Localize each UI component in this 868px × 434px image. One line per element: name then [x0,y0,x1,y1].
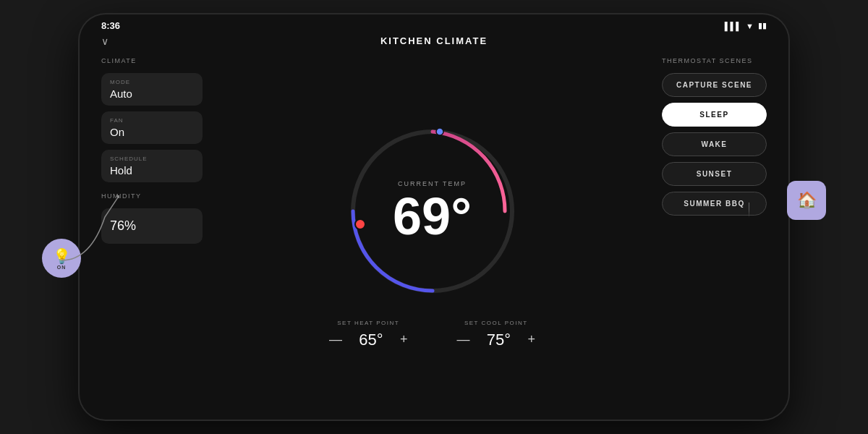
mode-card[interactable]: MODE Auto [101,73,203,106]
humidity-value: 76% [110,218,194,234]
svg-point-0 [116,195,119,198]
climate-section-label: CLIMATE [101,57,203,64]
schedule-value: Hold [110,164,194,176]
svg-point-3 [355,219,365,229]
fan-card[interactable]: FAN On [101,111,203,144]
battery-icon: ▮▮ [758,21,767,30]
page-title: KITCHEN CLIMATE [380,35,488,46]
schedule-card[interactable]: SCHEDULE Hold [101,150,203,182]
sleep-scene-button[interactable]: SLEEP [662,103,767,127]
cool-point-group: SET COOL POINT — 75° + [454,320,539,349]
cool-point-controls: — 75° + [454,331,539,349]
chevron-down-icon[interactable]: ∨ [101,35,109,47]
current-temp-label: CURRENT TEMP [393,180,472,187]
svg-point-4 [436,128,443,135]
thermostat-inner: CURRENT TEMP 69° [393,180,472,242]
cool-minus-button[interactable]: — [454,332,473,347]
status-bar: 8:36 ▌▌▌ ▼ ▮▮ [80,14,788,34]
fan-value: On [110,126,194,138]
right-widget[interactable]: 🏠 [787,181,826,220]
cool-plus-button[interactable]: + [525,332,539,347]
right-connector [749,203,807,347]
header: ∨ KITCHEN CLIMATE [80,34,788,54]
scenes-section-label: THERMOSTAT SCENES [662,57,767,64]
center-area: CURRENT TEMP 69° SET HEAT POINT — 65° + [217,54,647,412]
status-time: 8:36 [101,20,120,31]
sunset-scene-button[interactable]: SUNSET [662,162,767,186]
tablet-shell: 8:36 ▌▌▌ ▼ ▮▮ ∨ KITCHEN CLIMATE CLIMATE … [80,14,788,420]
fan-label: FAN [110,117,194,124]
main-content: CLIMATE MODE Auto FAN On SCHEDULE Hold H… [80,54,788,420]
heat-point-value: 65° [357,331,386,349]
mode-value: Auto [110,88,194,100]
cool-point-label: SET COOL POINT [464,320,528,326]
heat-minus-button[interactable]: — [326,332,345,347]
heat-point-group: SET HEAT POINT — 65° + [326,320,411,349]
heat-point-controls: — 65° + [326,331,411,349]
wake-scene-button[interactable]: WAKE [662,132,767,156]
left-connector [61,195,119,282]
heat-plus-button[interactable]: + [397,332,411,347]
capture-scene-button[interactable]: CAPTURE SCENE [662,73,767,97]
status-icons: ▌▌▌ ▼ ▮▮ [725,21,767,30]
thermostat-dial[interactable]: CURRENT TEMP 69° [339,117,527,305]
wifi-icon: ▼ [746,22,754,30]
setpoints-row: SET HEAT POINT — 65° + SET COOL POINT — … [326,320,538,349]
cool-point-value: 75° [485,331,514,349]
signal-icon: ▌▌▌ [725,22,741,30]
current-temp-value: 69° [393,187,472,245]
heat-point-label: SET HEAT POINT [337,320,399,326]
mode-label: MODE [110,79,194,85]
schedule-label: SCHEDULE [110,156,194,162]
